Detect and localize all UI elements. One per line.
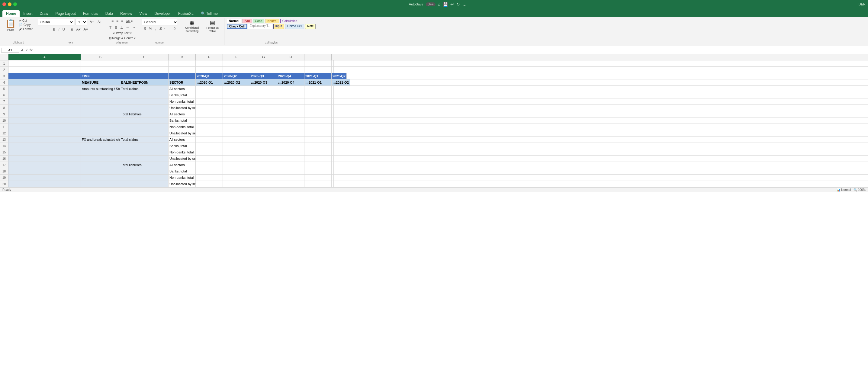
cell[interactable] [8, 175, 81, 181]
cell[interactable] [277, 118, 304, 123]
cell[interactable] [196, 98, 223, 104]
cell[interactable] [250, 92, 277, 98]
cell[interactable] [223, 143, 250, 149]
tab-review[interactable]: Review [117, 10, 135, 17]
cell[interactable] [332, 92, 334, 98]
cell[interactable]: SECTOR [168, 80, 196, 86]
cell[interactable]: Non-banks, total [168, 98, 196, 104]
cell[interactable] [81, 124, 120, 130]
cell[interactable] [223, 155, 250, 161]
col-header-h[interactable]: H [277, 54, 304, 60]
tab-formulas[interactable]: Formulas [80, 10, 102, 17]
cell[interactable]: Unallocated by sector [168, 105, 196, 111]
cell[interactable]: All sectors [168, 86, 196, 92]
autosave-toggle[interactable]: OFF [426, 2, 435, 6]
cell[interactable] [8, 149, 81, 155]
cell[interactable] [196, 175, 223, 181]
cell[interactable] [81, 130, 120, 136]
undo-icon[interactable]: ↩ [450, 2, 454, 7]
cell[interactable]: Unallocated by sector [168, 155, 196, 161]
cell[interactable] [223, 162, 250, 168]
cell[interactable] [250, 124, 277, 130]
cell[interactable] [81, 92, 120, 98]
formula-input[interactable] [34, 48, 867, 53]
cell[interactable]: :::2021-Q1 [304, 80, 332, 86]
cell[interactable] [277, 155, 304, 161]
tab-home[interactable]: Home [2, 10, 20, 17]
cell[interactable] [196, 155, 223, 161]
cell[interactable] [304, 98, 332, 104]
cell[interactable] [196, 86, 223, 92]
cell[interactable] [304, 118, 332, 123]
tab-fusionxl[interactable]: FusionXL [175, 10, 197, 17]
style-input[interactable]: Input [273, 24, 284, 29]
fill-color-button[interactable]: A▾ [75, 27, 82, 32]
cell[interactable] [120, 175, 168, 181]
cell[interactable] [81, 168, 120, 174]
cell[interactable] [120, 168, 168, 174]
cell[interactable]: Total claims [120, 137, 168, 143]
cell[interactable]: 2020-Q3 [250, 73, 277, 79]
cell[interactable]: Unallocated by sector [168, 181, 196, 187]
cell[interactable] [277, 137, 304, 143]
cell[interactable] [250, 111, 277, 117]
currency-button[interactable]: $ [143, 26, 147, 31]
home-icon[interactable]: ⌂ [438, 2, 440, 7]
decrease-font-button[interactable]: A↓ [96, 19, 103, 25]
align-right-button[interactable]: ≡ [120, 19, 124, 24]
cell[interactable]: Unallocated by sector [168, 130, 196, 136]
style-neutral[interactable]: Neutral [265, 19, 279, 23]
style-check-cell[interactable]: Check Cell [227, 24, 247, 29]
cell[interactable] [196, 111, 223, 117]
cell[interactable] [196, 92, 223, 98]
cell[interactable] [250, 137, 277, 143]
cell[interactable] [304, 105, 332, 111]
cell[interactable] [120, 98, 168, 104]
cell-reference-box[interactable] [1, 48, 19, 53]
cell[interactable] [277, 86, 304, 92]
cell[interactable] [277, 181, 304, 187]
cell[interactable] [332, 162, 334, 168]
paste-button[interactable]: 📋 [4, 19, 18, 28]
font-size-select[interactable]: 9 10 11 12 [75, 19, 87, 25]
cell[interactable]: All sectors [168, 162, 196, 168]
cancel-formula-icon[interactable]: ✗ [21, 48, 24, 52]
cell[interactable] [8, 181, 81, 187]
redo-icon[interactable]: ↻ [456, 2, 460, 7]
cell[interactable] [223, 118, 250, 123]
cell[interactable] [223, 181, 250, 187]
cell[interactable] [223, 137, 250, 143]
format-as-table-button[interactable]: ▤ Format as Table [203, 19, 222, 33]
cell[interactable] [304, 162, 332, 168]
cell[interactable] [223, 86, 250, 92]
cell[interactable] [332, 60, 334, 66]
cell[interactable]: Total claims [120, 86, 168, 92]
format-painter-button[interactable]: 🖌 Format [19, 27, 33, 31]
col-header-g[interactable]: G [250, 54, 277, 60]
increase-font-button[interactable]: A↑ [89, 19, 95, 25]
cell[interactable]: Banks, total [168, 92, 196, 98]
cell[interactable] [8, 67, 81, 73]
cell[interactable] [168, 73, 196, 79]
cell[interactable] [223, 111, 250, 117]
cell[interactable] [304, 111, 332, 117]
cell[interactable] [304, 67, 332, 73]
cell[interactable] [277, 168, 304, 174]
conditional-formatting-button[interactable]: ▦ Conditional Formatting [182, 19, 202, 33]
cell[interactable] [196, 181, 223, 187]
cell[interactable] [332, 67, 334, 73]
cell[interactable] [120, 143, 168, 149]
cell[interactable] [223, 92, 250, 98]
cell[interactable]: FX and break adjusted change (BIS calcul… [81, 137, 120, 143]
cell[interactable]: TIME [81, 73, 120, 79]
cell[interactable] [250, 60, 277, 66]
cell[interactable] [81, 67, 120, 73]
col-header-a[interactable]: A [8, 54, 81, 60]
tab-page-layout[interactable]: Page Layout [52, 10, 79, 17]
cell[interactable] [304, 60, 332, 66]
style-calculation[interactable]: Calculation [280, 19, 299, 23]
tab-insert[interactable]: Insert [20, 10, 36, 17]
number-format-select[interactable]: General Number Currency Accounting [142, 19, 178, 25]
style-bad[interactable]: Bad [242, 19, 252, 23]
cell[interactable] [332, 98, 334, 104]
